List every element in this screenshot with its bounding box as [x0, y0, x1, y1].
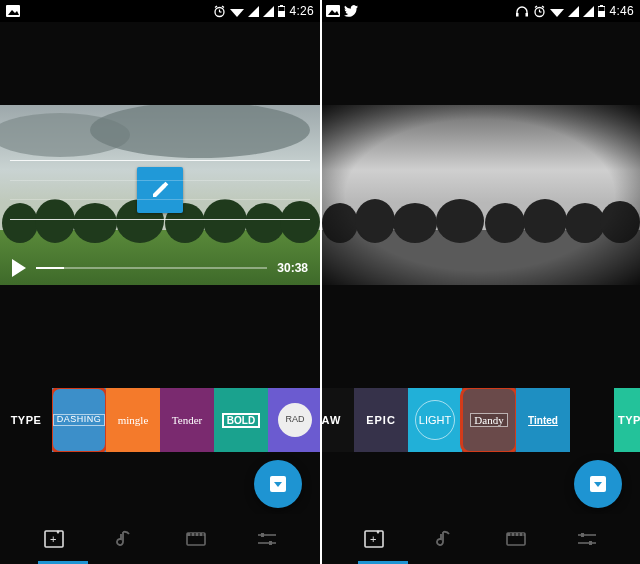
filmstrip-icon	[505, 530, 527, 548]
twitter-icon	[344, 5, 358, 17]
style-tile-label: BOLD	[222, 413, 260, 428]
pencil-icon	[150, 180, 170, 200]
gallery-icon	[326, 5, 340, 17]
styles-strip: RAWEPICLIGHTDandyTinted TYP	[320, 388, 640, 452]
playback-controls: 30:38	[0, 259, 320, 277]
status-clock: 4:46	[609, 4, 634, 18]
svg-line-6	[222, 6, 224, 8]
headphones-icon	[515, 5, 529, 17]
style-tile-label: Tinted	[525, 415, 561, 426]
music-note-icon	[436, 529, 454, 549]
svg-rect-54	[598, 11, 605, 17]
style-tile-tender[interactable]: Tender	[160, 388, 214, 452]
style-tile-epic[interactable]: EPIC	[354, 388, 408, 452]
nav-music[interactable]	[101, 519, 149, 559]
svg-marker-51	[583, 6, 594, 17]
style-tile-dashing[interactable]: DASHING	[52, 388, 106, 452]
download-box-icon	[589, 475, 607, 493]
alarm-icon	[213, 5, 226, 18]
styles-strip: TYPE DASHINGmingleTenderBOLDRAD	[0, 388, 320, 452]
nav-settings[interactable]	[243, 519, 291, 559]
status-bar: 4:46	[320, 0, 640, 22]
sliders-icon	[256, 531, 278, 547]
alarm-icon	[533, 5, 546, 18]
svg-marker-8	[248, 6, 259, 17]
svg-rect-43	[526, 13, 529, 17]
svg-marker-7	[230, 9, 244, 17]
save-fab[interactable]	[254, 460, 302, 508]
style-tile-label: Dandy	[470, 413, 507, 427]
video-preview[interactable]	[320, 105, 640, 285]
download-box-icon	[269, 475, 287, 493]
svg-rect-77	[581, 533, 584, 537]
svg-marker-9	[263, 6, 274, 17]
left-screen: 4:26	[0, 0, 320, 564]
style-tile-light[interactable]: LIGHT	[408, 388, 462, 452]
music-note-icon	[116, 529, 134, 549]
battery-icon	[278, 5, 285, 17]
status-bar: 4:26	[0, 0, 320, 22]
sparkle-frame-icon: +	[43, 529, 65, 549]
progress-bar[interactable]	[36, 267, 267, 269]
style-tile-label: DASHING	[53, 414, 106, 426]
svg-rect-39	[269, 541, 272, 545]
edit-title-button[interactable]	[137, 167, 183, 213]
signal-icon	[568, 6, 579, 17]
nav-music[interactable]	[421, 519, 469, 559]
nav-styles[interactable]: +	[350, 519, 398, 559]
style-tile-label: RAW	[320, 414, 344, 426]
type-label: TYPE	[0, 388, 52, 452]
svg-rect-79	[589, 541, 592, 545]
status-clock: 4:26	[289, 4, 314, 18]
svg-rect-12	[278, 11, 285, 17]
style-tile-bold[interactable]: BOLD	[214, 388, 268, 452]
screen-divider	[320, 0, 322, 564]
style-tile-rad[interactable]: RAD	[268, 388, 320, 452]
style-tile-label: LIGHT	[415, 400, 455, 440]
filmstrip-icon	[185, 530, 207, 548]
duration-label: 30:38	[277, 261, 308, 275]
gallery-icon	[6, 5, 20, 17]
style-tile-label: mingle	[115, 414, 152, 426]
play-button[interactable]	[12, 259, 26, 277]
svg-rect-71	[507, 533, 525, 536]
svg-text:+: +	[370, 533, 376, 545]
svg-marker-49	[550, 9, 564, 17]
video-preview[interactable]: 30:38	[0, 105, 320, 285]
svg-rect-37	[261, 533, 264, 537]
nav-clips[interactable]	[172, 519, 220, 559]
bottom-nav: +	[0, 514, 320, 564]
signal-icon-2	[583, 6, 594, 17]
battery-icon	[598, 5, 605, 17]
style-tile-dandy[interactable]: Dandy	[462, 388, 516, 452]
svg-rect-42	[516, 13, 519, 17]
svg-rect-65	[320, 105, 640, 285]
svg-line-47	[535, 6, 537, 8]
style-tile-label: RAD	[278, 403, 312, 437]
sliders-icon	[576, 531, 598, 547]
svg-marker-50	[568, 6, 579, 17]
signal-icon	[248, 6, 259, 17]
nav-clips[interactable]	[492, 519, 540, 559]
style-tile-tinted[interactable]: Tinted	[516, 388, 570, 452]
svg-line-5	[215, 6, 217, 8]
save-fab[interactable]	[574, 460, 622, 508]
wifi-icon	[230, 6, 244, 17]
style-tile-label: EPIC	[363, 414, 399, 426]
style-tile-raw[interactable]: RAW	[320, 388, 354, 452]
type-label-partial[interactable]: TYP	[614, 388, 640, 452]
signal-icon-2	[263, 6, 274, 17]
style-tile-mingle[interactable]: mingle	[106, 388, 160, 452]
nav-styles[interactable]: +	[30, 519, 78, 559]
nav-settings[interactable]	[563, 519, 611, 559]
sparkle-frame-icon: +	[363, 529, 385, 549]
svg-line-48	[542, 6, 544, 8]
style-tile-label: Tender	[169, 414, 205, 426]
svg-text:+: +	[50, 533, 56, 545]
svg-rect-31	[187, 533, 205, 536]
right-screen: 4:46	[320, 0, 640, 564]
title-overlay-region[interactable]	[10, 160, 310, 220]
bottom-nav: +	[320, 514, 640, 564]
wifi-icon	[550, 6, 564, 17]
